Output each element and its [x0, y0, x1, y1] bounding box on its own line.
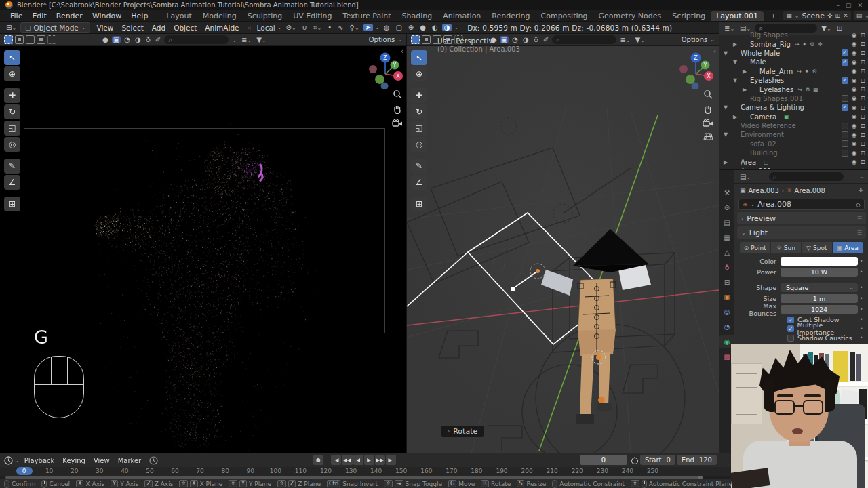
frame-tick[interactable]: 100 — [263, 467, 288, 476]
collection-checkbox[interactable] — [842, 86, 848, 93]
disable-render-icon[interactable]: ⊡ — [860, 86, 865, 93]
select-mode-intersect-icon[interactable] — [47, 35, 56, 44]
animate-dot-icon[interactable]: • — [858, 269, 865, 275]
frame-tick[interactable]: 60 — [162, 467, 187, 476]
animate-dot-icon[interactable]: • — [859, 326, 865, 332]
expand-arrow[interactable]: ▼ — [724, 104, 730, 110]
collection-checkbox[interactable] — [842, 140, 848, 147]
funnel-filter-icon[interactable]: ▼⌄ — [633, 36, 646, 43]
disable-render-icon[interactable]: ⊡ — [860, 41, 865, 47]
overlays-icon[interactable]: ◍ — [382, 24, 392, 31]
select-mode-extend-icon[interactable] — [15, 35, 24, 44]
object-name[interactable]: Male_Arm — [760, 68, 793, 75]
disable-render-icon[interactable]: ⊡ — [860, 131, 865, 138]
frame-tick[interactable]: 90 — [238, 467, 263, 476]
move-tool[interactable]: ✚ — [4, 88, 20, 103]
object-name[interactable]: Rig Shapes — [750, 31, 788, 39]
funnel-filter-icon[interactable]: ▼⌄ — [255, 36, 267, 43]
animate-dot-icon[interactable]: • — [858, 317, 865, 323]
hide-eye-icon[interactable]: ◉ — [852, 113, 857, 120]
world-shading-icon[interactable]: ♁ — [144, 36, 152, 43]
frame-tick[interactable]: 120 — [313, 467, 338, 476]
timeline-menu-item[interactable]: View — [90, 457, 114, 464]
collection-checkbox[interactable] — [842, 131, 848, 138]
outliner-row[interactable]: Rig Shapes.001 ◉ ⊡ — [719, 94, 868, 103]
workspace-tab[interactable]: Geometry Nodes — [593, 11, 667, 21]
collection-checkbox[interactable] — [842, 113, 848, 120]
outliner-row[interactable]: ▼ Whole Male ◉ ⊡ — [719, 49, 868, 58]
expand-arrow[interactable]: ▶ — [724, 159, 730, 165]
frame-tick[interactable]: 10 — [37, 467, 62, 476]
workspace-tab[interactable]: Texture Paint — [338, 11, 397, 21]
outliner-row[interactable]: sofa_02 ◉ ⊡ — [719, 140, 868, 148]
checkbox[interactable] — [787, 335, 794, 342]
measure-tool[interactable]: ∠ — [4, 175, 20, 190]
jump-to-end-button[interactable]: ▶| — [386, 455, 396, 465]
frame-tick[interactable]: 50 — [137, 467, 162, 476]
collection-checkbox[interactable] — [842, 41, 848, 47]
viewlayer-selector[interactable]: ▤ ⌄ ViewLayer ⊞ ✕ — [854, 11, 868, 20]
pin-icon[interactable]: ✜ — [858, 187, 863, 194]
scale-tool[interactable]: ◱ — [411, 121, 427, 136]
collection-checkbox[interactable] — [842, 68, 848, 75]
play-reverse-button[interactable]: ◀ — [353, 455, 363, 465]
perspective-toggle-icon[interactable] — [703, 133, 713, 140]
disable-render-icon[interactable]: ⊡ — [860, 77, 865, 84]
cursor-tool[interactable]: ⊕ — [4, 66, 20, 81]
collection-checkbox[interactable] — [842, 95, 848, 102]
outliner-row[interactable]: ▼ Camera & Lighting ◉ ⊡ — [719, 103, 868, 112]
collection-checkbox[interactable] — [842, 49, 848, 56]
mode-dropdown[interactable]: ▢ Object Mode ⌄ — [20, 22, 90, 33]
frame-tick[interactable]: 110 — [288, 467, 313, 476]
frame-tick[interactable]: 150 — [389, 467, 414, 476]
object-name[interactable]: Male — [750, 58, 766, 66]
play-button[interactable]: ▶ — [364, 455, 374, 465]
disable-render-icon[interactable]: ⊡ — [860, 150, 865, 157]
frame-tick[interactable]: 30 — [87, 467, 112, 476]
light-type-button[interactable]: ☼ Sun — [771, 242, 802, 253]
expand-arrow[interactable]: ▶ — [733, 114, 740, 120]
minimize-button[interactable]: – — [836, 2, 840, 9]
collection-checkbox[interactable] — [842, 32, 848, 39]
expand-arrow[interactable]: ▶ — [743, 68, 749, 75]
object-name[interactable]: Eyelashes — [750, 77, 784, 84]
collection-checkbox[interactable] — [842, 123, 848, 129]
hide-eye-icon[interactable]: ◉ — [852, 140, 857, 147]
frame-tick[interactable]: 0 — [12, 467, 37, 476]
search-input[interactable]: ⌕ — [164, 35, 229, 44]
properties-tab[interactable]: ◎ — [719, 306, 734, 319]
collection-checkbox[interactable] — [842, 59, 848, 66]
shading-split-icon[interactable]: ◑ — [134, 36, 142, 43]
select-mode-subtract-icon[interactable] — [26, 35, 35, 44]
outliner-row[interactable]: ▶ Area ▢ ◉ ⊡ — [719, 157, 868, 166]
timeline-editor-icon[interactable] — [4, 456, 13, 465]
frame-tick[interactable]: 190 — [489, 467, 514, 476]
object-name[interactable]: Area — [741, 159, 756, 166]
menubar-item[interactable]: Window — [87, 11, 126, 21]
workspace-tab[interactable]: Modeling — [197, 11, 242, 21]
light-type-button[interactable]: ⊙ Point — [740, 242, 771, 253]
fake-user-shield-icon[interactable]: ◇ — [856, 201, 861, 208]
camera-view-icon[interactable] — [703, 119, 713, 127]
wireframe-shading-icon[interactable]: ⊕ — [406, 24, 416, 31]
hide-eye-icon[interactable]: ◉ — [852, 32, 857, 39]
outliner-row[interactable]: ▶ Male_Arm ↪ ✦ ⚙ ◉ ⊡ — [719, 67, 868, 76]
disable-render-icon[interactable]: ⊡ — [860, 123, 865, 129]
hide-eye-icon[interactable]: ◉ — [852, 150, 857, 157]
object-name[interactable]: Sombra_Rig — [750, 41, 791, 48]
checkbox[interactable] — [787, 317, 794, 323]
shading-sphere-icon[interactable]: ◔ — [511, 36, 519, 43]
new-scene-icon[interactable]: ⊞ — [835, 12, 841, 19]
disable-render-icon[interactable]: ⊡ — [860, 32, 865, 39]
filter-dropdown-icon[interactable]: ⌄ — [231, 36, 238, 43]
collection-checkbox[interactable] — [842, 150, 848, 157]
previous-keyframe-button[interactable]: ◀◀ — [342, 455, 353, 465]
frame-tick[interactable]: 40 — [112, 467, 137, 476]
frame-tick[interactable]: 160 — [414, 467, 439, 476]
hide-eye-icon[interactable]: ◉ — [852, 104, 857, 111]
outliner-row[interactable]: Building ◉ ⊡ — [719, 148, 868, 157]
hide-eye-icon[interactable]: ◉ — [852, 86, 857, 93]
rotate-tool[interactable]: ↻ — [411, 104, 427, 119]
zoom-icon[interactable] — [393, 89, 402, 99]
annotation-brush-icon[interactable]: ✐ — [542, 36, 550, 43]
